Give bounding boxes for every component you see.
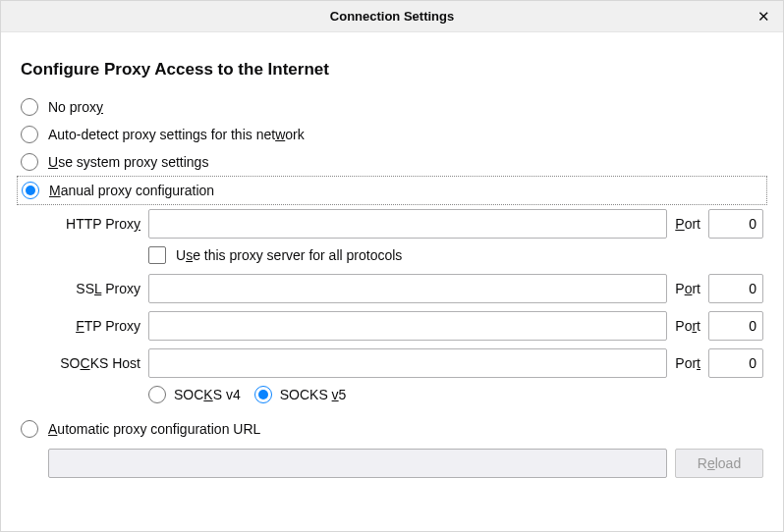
input-socks-host[interactable] xyxy=(148,348,667,378)
row-socks-host: SOCKS Host Port xyxy=(48,348,763,378)
row-ftp-proxy: FTP Proxy Port xyxy=(48,311,763,341)
label-socks-host: SOCKS Host xyxy=(48,355,140,371)
label-socks-port: Port xyxy=(675,355,700,371)
label-ftp-port: Port xyxy=(675,318,700,334)
option-no-proxy[interactable]: No proxy xyxy=(21,93,763,121)
radio-auto-config-url[interactable] xyxy=(21,420,38,438)
titlebar: Connection Settings ✕ xyxy=(1,1,783,32)
content-area: Configure Proxy Access to the Internet N… xyxy=(1,32,783,494)
label-socks-v5: SOCKS v5 xyxy=(280,387,347,402)
radio-manual-proxy[interactable] xyxy=(22,182,39,199)
row-use-same-proxy[interactable]: Use this proxy server for all protocols xyxy=(148,246,763,264)
input-ftp-port[interactable] xyxy=(708,311,763,341)
radio-socks-v5[interactable] xyxy=(254,386,272,403)
label-ssl-proxy: SSL Proxy xyxy=(48,281,140,296)
row-http-proxy: HTTP Proxy Port xyxy=(48,209,763,239)
option-socks-v5[interactable]: SOCKS v5 xyxy=(254,386,347,403)
input-ssl-port[interactable] xyxy=(708,274,763,303)
option-manual-proxy[interactable]: Manual proxy configuration xyxy=(17,176,767,205)
option-socks-v4[interactable]: SOCKS v4 xyxy=(148,386,241,403)
label-auto-detect: Auto-detect proxy settings for this netw… xyxy=(48,127,305,142)
row-ssl-proxy: SSL Proxy Port xyxy=(48,274,763,303)
radio-system-proxy[interactable] xyxy=(21,153,38,171)
option-auto-config-url[interactable]: Automatic proxy configuration URL xyxy=(21,415,763,443)
connection-settings-dialog: Connection Settings ✕ Configure Proxy Ac… xyxy=(0,0,784,532)
input-http-host[interactable] xyxy=(148,209,667,239)
label-auto-config-url: Automatic proxy configuration URL xyxy=(48,421,260,437)
checkbox-use-same-proxy[interactable] xyxy=(148,246,166,264)
label-socks-v4: SOCKS v4 xyxy=(174,387,241,402)
input-ssl-host[interactable] xyxy=(148,274,667,303)
close-icon[interactable]: ✕ xyxy=(752,5,775,28)
label-no-proxy: No proxy xyxy=(48,99,103,115)
label-manual-proxy: Manual proxy configuration xyxy=(49,183,214,198)
input-auto-config-url[interactable] xyxy=(48,449,667,478)
input-socks-port[interactable] xyxy=(708,348,763,378)
label-http-port: Port xyxy=(675,216,700,232)
socks-version-group: SOCKS v4 SOCKS v5 xyxy=(148,386,763,403)
option-auto-detect[interactable]: Auto-detect proxy settings for this netw… xyxy=(21,121,763,148)
input-http-port[interactable] xyxy=(708,209,763,239)
section-heading: Configure Proxy Access to the Internet xyxy=(21,60,763,80)
label-ftp-proxy: FTP Proxy xyxy=(48,318,140,334)
manual-proxy-fields: HTTP Proxy Port Use this proxy server fo… xyxy=(48,209,763,403)
label-http-proxy: HTTP Proxy xyxy=(48,216,140,232)
radio-no-proxy[interactable] xyxy=(21,98,38,116)
option-system-proxy[interactable]: Use system proxy settings xyxy=(21,148,763,176)
label-system-proxy: Use system proxy settings xyxy=(48,154,208,170)
radio-socks-v4[interactable] xyxy=(148,386,166,403)
input-ftp-host[interactable] xyxy=(148,311,667,341)
row-auto-config-url: Reload xyxy=(48,449,763,478)
label-ssl-port: Port xyxy=(675,281,700,296)
radio-auto-detect[interactable] xyxy=(21,126,38,143)
reload-button[interactable]: Reload xyxy=(675,449,763,478)
label-use-same-proxy: Use this proxy server for all protocols xyxy=(176,247,402,263)
dialog-title: Connection Settings xyxy=(330,9,454,24)
